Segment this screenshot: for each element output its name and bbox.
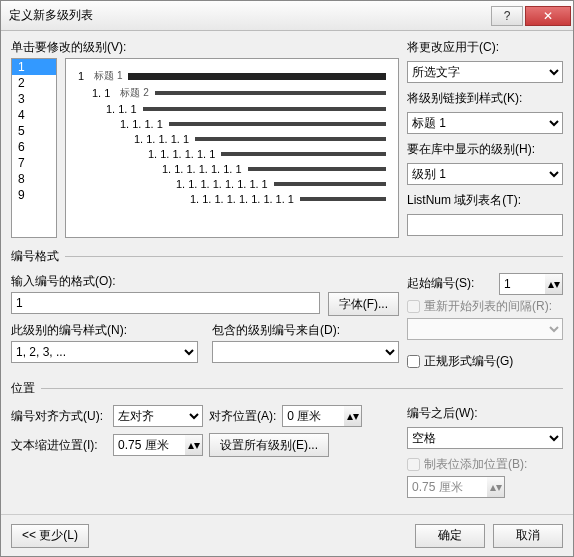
level-item[interactable]: 5 [12,123,56,139]
format-group-title: 编号格式 [11,248,59,265]
start-at-input[interactable] [499,273,545,295]
listnum-label: ListNum 域列表名(T): [407,192,563,209]
content: 单击要修改的级别(V): 123456789 1标题 11. 1标题 21. 1… [1,31,573,514]
start-at-label: 起始编号(S): [407,275,493,292]
enter-format-input[interactable] [11,292,320,314]
apply-to-label: 将更改应用于(C): [407,39,563,56]
preview-row: 1. 1. 1. 1 [78,118,386,130]
less-button[interactable]: << 更少(L) [11,524,89,548]
preview-bar [169,122,386,126]
level-item[interactable]: 9 [12,187,56,203]
preview-bar [300,197,386,201]
preview-bar [274,182,386,186]
divider [65,256,563,257]
restart-checkbox [407,300,420,313]
level-listbox[interactable]: 123456789 [11,58,57,238]
preview-row: 1. 1. 1. 1. 1. 1 [78,148,386,160]
preview-bar [248,167,387,171]
preview-bar [155,91,386,95]
preview-row: 1. 1标题 2 [78,86,386,100]
position-group-header: 位置 [11,380,563,397]
close-button[interactable]: ✕ [525,6,571,26]
spinner-icon[interactable]: ▴▾ [545,273,563,295]
level-item[interactable]: 2 [12,75,56,91]
preview-number: 1. 1. 1. 1. 1. 1. 1. 1. 1 [190,193,294,205]
spinner-icon[interactable]: ▴▾ [185,434,203,456]
format-group-header: 编号格式 [11,248,563,265]
include-from-select[interactable] [212,341,399,363]
legal-checkbox[interactable] [407,355,420,368]
titlebar: 定义新多级列表 ? ✕ [1,1,573,31]
gallery-level-select[interactable]: 级别 1 [407,163,563,185]
click-level-label: 单击要修改的级别(V): [11,39,399,56]
divider [41,388,563,389]
preview-row: 1. 1. 1. 1. 1. 1. 1. 1. 1 [78,193,386,205]
link-style-label: 将级别链接到样式(K): [407,90,563,107]
level-item[interactable]: 4 [12,107,56,123]
preview-bar [128,73,386,80]
position-group-title: 位置 [11,380,35,397]
preview-bar [143,107,386,111]
preview-bar [195,137,386,141]
tab-checkbox [407,458,420,471]
preview-subtitle: 标题 1 [94,69,122,83]
indent-input[interactable] [113,434,185,456]
gallery-level-label: 要在库中显示的级别(H): [407,141,563,158]
help-button[interactable]: ? [491,6,523,26]
cancel-button[interactable]: 取消 [493,524,563,548]
follow-select[interactable]: 空格 [407,427,563,449]
preview-number: 1 [78,70,84,82]
preview-number: 1. 1. 1. 1. 1 [134,133,189,145]
preview-row: 1. 1. 1 [78,103,386,115]
align-at-input[interactable] [282,405,344,427]
preview-number: 1. 1. 1. 1. 1. 1. 1 [162,163,242,175]
preview-row: 1. 1. 1. 1. 1 [78,133,386,145]
ok-button[interactable]: 确定 [415,524,485,548]
number-style-label: 此级别的编号样式(N): [11,322,198,339]
footer: << 更少(L) 确定 取消 [1,514,573,556]
level-item[interactable]: 8 [12,171,56,187]
align-select[interactable]: 左对齐 [113,405,203,427]
tab-input [407,476,487,498]
indent-label: 文本缩进位置(I): [11,437,107,454]
dialog-title: 定义新多级列表 [9,7,489,24]
preview-row: 1标题 1 [78,69,386,83]
font-button[interactable]: 字体(F)... [328,292,399,316]
include-from-label: 包含的级别编号来自(D): [212,322,399,339]
preview-number: 1. 1. 1. 1. 1. 1 [148,148,215,160]
preview-row: 1. 1. 1. 1. 1. 1. 1. 1 [78,178,386,190]
preview-number: 1. 1. 1 [106,103,137,115]
enter-format-label: 输入编号的格式(O): [11,273,399,290]
align-at-label: 对齐位置(A): [209,408,276,425]
restart-select [407,318,563,340]
listnum-input[interactable] [407,214,563,236]
preview-bar [221,152,386,156]
right-column: 将更改应用于(C): 所选文字 将级别链接到样式(K): 标题 1 要在库中显示… [407,39,563,236]
preview-row: 1. 1. 1. 1. 1. 1. 1 [78,163,386,175]
preview-number: 1. 1 [92,87,110,99]
restart-checkbox-row: 重新开始列表的间隔(R): [407,298,563,315]
level-item[interactable]: 7 [12,155,56,171]
preview-number: 1. 1. 1. 1 [120,118,163,130]
follow-label: 编号之后(W): [407,405,563,422]
spinner-icon: ▴▾ [487,476,505,498]
level-item[interactable]: 6 [12,139,56,155]
level-item[interactable]: 1 [12,59,56,75]
level-item[interactable]: 3 [12,91,56,107]
apply-to-select[interactable]: 所选文字 [407,61,563,83]
restart-label: 重新开始列表的间隔(R): [424,298,552,315]
set-all-levels-button[interactable]: 设置所有级别(E)... [209,433,329,457]
link-style-select[interactable]: 标题 1 [407,112,563,134]
legal-label: 正规形式编号(G) [424,353,513,370]
preview-number: 1. 1. 1. 1. 1. 1. 1. 1 [176,178,268,190]
preview-pane: 1标题 11. 1标题 21. 1. 11. 1. 1. 11. 1. 1. 1… [65,58,399,238]
number-style-select[interactable]: 1, 2, 3, ... [11,341,198,363]
spinner-icon[interactable]: ▴▾ [344,405,362,427]
align-label: 编号对齐方式(U): [11,408,107,425]
preview-subtitle: 标题 2 [120,86,148,100]
tab-label: 制表位添加位置(B): [424,456,527,473]
dialog: 定义新多级列表 ? ✕ 单击要修改的级别(V): 123456789 1标题 1… [0,0,574,557]
